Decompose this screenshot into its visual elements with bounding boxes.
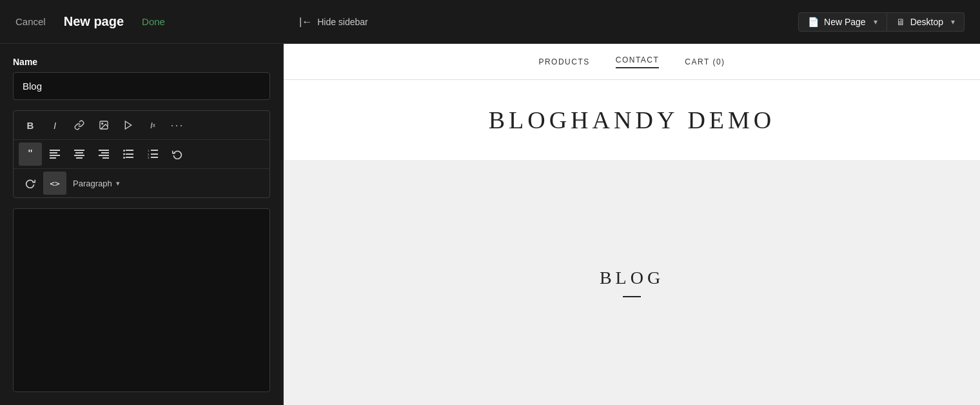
numbered-list-button[interactable]: 1.2.3. <box>141 143 164 166</box>
page-selector-button[interactable]: 📄 New Page ▾ <box>798 12 887 32</box>
blog-section: BLOG <box>284 160 980 405</box>
svg-rect-5 <box>50 155 60 156</box>
name-input[interactable] <box>13 72 270 100</box>
nav-contact[interactable]: CONTACT <box>616 55 660 68</box>
page-selector-label: New Page <box>824 17 866 27</box>
svg-text:3.: 3. <box>148 156 150 159</box>
rich-text-toolbar: B I Ix ··· " <box>13 110 270 198</box>
svg-point-19 <box>123 157 125 159</box>
svg-rect-4 <box>50 152 57 153</box>
svg-rect-7 <box>74 150 84 151</box>
blog-section-title: BLOG <box>600 268 664 288</box>
toolbar-row-2: " 1.2.3. <box>14 140 270 169</box>
video-button[interactable] <box>117 114 140 137</box>
svg-rect-14 <box>103 157 109 159</box>
nav-cart[interactable]: CART (0) <box>685 57 725 66</box>
more-button[interactable]: ··· <box>166 114 189 137</box>
main-area: Name B I Ix ··· " <box>0 44 980 405</box>
svg-rect-8 <box>75 152 83 153</box>
sidebar: Name B I Ix ··· " <box>0 44 284 405</box>
header-center: |← Hide sidebar <box>299 16 798 28</box>
svg-rect-9 <box>74 155 84 156</box>
device-selector-button[interactable]: 🖥 Desktop ▾ <box>887 12 965 32</box>
svg-rect-22 <box>151 150 158 151</box>
device-selector-label: Desktop <box>910 17 943 27</box>
svg-point-1 <box>102 123 103 124</box>
preview-area: PRODUCTS CONTACT CART (0) BLOGHANDY DEMO… <box>284 44 980 405</box>
svg-rect-3 <box>50 150 60 151</box>
svg-text:1.: 1. <box>148 150 150 152</box>
svg-rect-12 <box>101 152 109 153</box>
monitor-icon: 🖥 <box>896 17 905 27</box>
svg-rect-13 <box>99 155 109 156</box>
page-title: New page <box>64 14 124 29</box>
name-label: Name <box>13 57 270 67</box>
italic-button[interactable]: I <box>43 114 66 137</box>
site-navigation: PRODUCTS CONTACT CART (0) <box>284 44 980 80</box>
name-field-group: Name <box>13 57 270 100</box>
align-right-button[interactable] <box>92 143 115 166</box>
align-left-button[interactable] <box>43 143 66 166</box>
paragraph-chevron-icon: ▾ <box>116 179 120 188</box>
svg-rect-16 <box>126 150 133 151</box>
image-button[interactable] <box>92 114 115 137</box>
header-left: Cancel New page Done <box>15 14 299 29</box>
bullet-list-button[interactable] <box>117 143 140 166</box>
blog-title-divider <box>623 296 641 297</box>
svg-rect-6 <box>50 157 56 159</box>
undo-button[interactable] <box>166 143 189 166</box>
toolbar-row-3: <> Paragraph ▾ <box>14 169 270 197</box>
hide-sidebar-button[interactable]: |← Hide sidebar <box>299 16 368 28</box>
svg-rect-11 <box>99 150 109 151</box>
svg-rect-18 <box>126 153 133 155</box>
bold-button[interactable]: B <box>19 114 42 137</box>
arrow-left-icon: |← <box>299 16 312 28</box>
redo-button[interactable] <box>19 172 42 195</box>
svg-point-15 <box>123 150 125 152</box>
nav-products[interactable]: PRODUCTS <box>538 57 589 66</box>
svg-rect-24 <box>151 153 158 155</box>
link-button[interactable] <box>68 114 91 137</box>
header-right: 📄 New Page ▾ 🖥 Desktop ▾ <box>798 12 965 32</box>
site-logo: BLOGHANDY DEMO <box>489 106 776 134</box>
svg-rect-26 <box>151 157 158 158</box>
svg-marker-2 <box>125 121 131 129</box>
paragraph-select[interactable]: Paragraph ▾ <box>68 176 125 191</box>
top-header: Cancel New page Done |← Hide sidebar 📄 N… <box>0 0 980 44</box>
page-icon: 📄 <box>808 17 819 27</box>
device-chevron-icon: ▾ <box>951 17 955 26</box>
align-center-button[interactable] <box>68 143 91 166</box>
cancel-button[interactable]: Cancel <box>15 16 46 27</box>
chevron-down-icon: ▾ <box>874 17 877 26</box>
svg-point-17 <box>123 153 125 155</box>
svg-rect-20 <box>126 157 133 158</box>
code-button[interactable]: <> <box>43 172 66 195</box>
site-hero: BLOGHANDY DEMO <box>284 80 980 160</box>
blockquote-button[interactable]: " <box>19 143 42 166</box>
paragraph-label: Paragraph <box>73 179 112 188</box>
svg-rect-10 <box>76 157 83 159</box>
toolbar-row-1: B I Ix ··· <box>14 111 270 140</box>
clear-format-button[interactable]: Ix <box>141 114 164 137</box>
hide-sidebar-label: Hide sidebar <box>317 17 368 27</box>
done-button[interactable]: Done <box>142 16 165 27</box>
editor-content-area[interactable] <box>13 208 270 392</box>
